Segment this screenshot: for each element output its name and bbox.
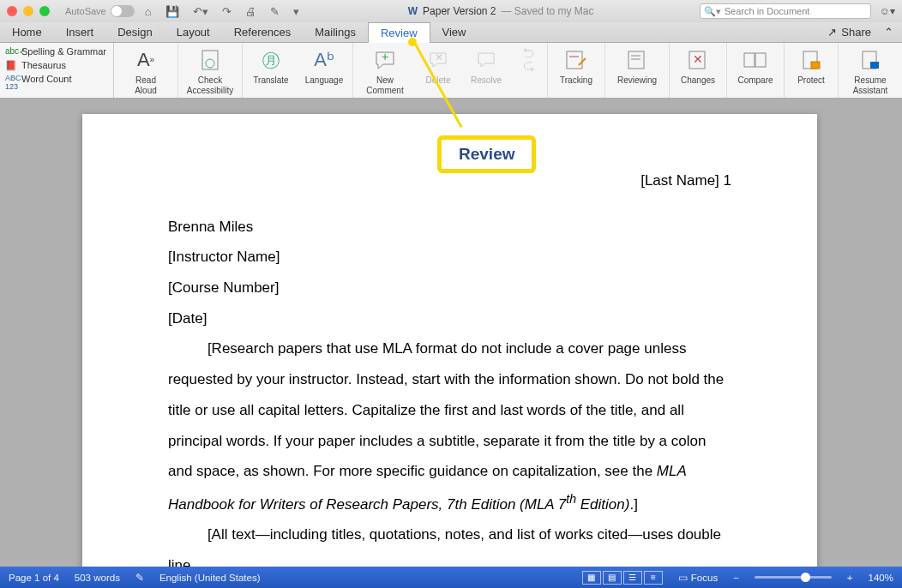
count-icon: ABC123 xyxy=(5,74,17,84)
document-page[interactable]: [Last Name] 1 Brenna Miles [Instructor N… xyxy=(82,114,817,567)
instructor-field: [Instructor Name] xyxy=(168,242,731,273)
read-mode-icon[interactable]: ▦ xyxy=(582,571,601,585)
pen-icon[interactable]: ✎ xyxy=(267,5,283,18)
focus-icon: ▭ xyxy=(678,572,688,584)
share-icon: ↗ xyxy=(827,26,837,39)
smiley-icon[interactable]: ☺▾ xyxy=(880,5,895,17)
changes-button[interactable]: ✕Changes xyxy=(676,46,719,86)
accessibility-icon xyxy=(200,46,220,74)
language-indicator[interactable]: English (United States) xyxy=(159,573,261,583)
svg-rect-0 xyxy=(202,51,218,69)
thesaurus-button[interactable]: 📕Thesaurus xyxy=(5,60,108,70)
focus-button[interactable]: ▭Focus xyxy=(678,572,718,584)
web-layout-icon[interactable]: ☰ xyxy=(623,571,642,585)
svg-text:✕: ✕ xyxy=(435,51,443,63)
zoom-in-button[interactable]: + xyxy=(847,573,853,583)
page-indicator[interactable]: Page 1 of 4 xyxy=(9,573,59,583)
tab-view[interactable]: View xyxy=(430,22,478,42)
compare-icon xyxy=(743,46,767,74)
share-label: Share xyxy=(841,26,871,39)
new-comment-button[interactable]: +New Comment xyxy=(360,46,410,95)
qat-overflow-icon[interactable]: ▾ xyxy=(290,5,303,18)
reviewing-icon xyxy=(627,46,647,74)
tab-design[interactable]: Design xyxy=(105,22,164,42)
autosave-label: AutoSave xyxy=(65,6,106,16)
translate-icon: ㊊ xyxy=(262,46,280,74)
spelling-grammar-button[interactable]: abc✓Spelling & Grammar xyxy=(5,46,108,57)
chevron-up-icon[interactable]: ⌃ xyxy=(884,26,893,39)
word-app-icon: W xyxy=(408,5,418,17)
view-mode-buttons: ▦ ▤ ☰ ≡ xyxy=(582,571,663,585)
svg-rect-12 xyxy=(755,53,766,67)
word-count-button[interactable]: ABC123Word Count xyxy=(5,74,108,84)
language-button[interactable]: AᵇLanguage xyxy=(303,46,346,86)
tab-layout[interactable]: Layout xyxy=(165,22,222,42)
title-bar: AutoSave ⌂ 💾 ↶▾ ↷ 🖨 ✎ ▾ W Paper Version … xyxy=(0,0,902,22)
tracking-button[interactable]: Tracking xyxy=(555,46,598,86)
svg-rect-6 xyxy=(628,51,644,69)
changes-icon: ✕ xyxy=(688,46,708,74)
read-aloud-icon: A» xyxy=(137,46,154,74)
search-placeholder: Search in Document xyxy=(725,6,810,16)
print-icon[interactable]: 🖨 xyxy=(242,5,260,18)
window-controls xyxy=(7,6,50,16)
protect-icon xyxy=(801,46,821,74)
check-accessibility-button[interactable]: Check Accessibility xyxy=(185,46,235,95)
svg-rect-16 xyxy=(870,62,879,69)
svg-text:✕: ✕ xyxy=(693,52,703,66)
doc-location: — Saved to my Mac xyxy=(501,5,593,17)
redo-icon[interactable]: ↷ xyxy=(219,5,235,18)
zoom-out-button[interactable]: − xyxy=(733,573,739,583)
document-title: W Paper Version 2 — Saved to my Mac xyxy=(310,5,693,17)
read-aloud-button[interactable]: A»Read Aloud xyxy=(121,46,171,95)
outline-icon[interactable]: ≡ xyxy=(644,571,663,585)
tab-mailings[interactable]: Mailings xyxy=(303,22,368,42)
spell-check-icon[interactable]: ✎ xyxy=(135,572,144,584)
zoom-level[interactable]: 140% xyxy=(869,573,893,583)
language-icon: Aᵇ xyxy=(314,46,334,74)
share-button[interactable]: ↗ Share ⌃ xyxy=(819,22,902,42)
close-window[interactable] xyxy=(7,6,17,16)
abc-check-icon: abc✓ xyxy=(5,46,17,57)
word-count-indicator[interactable]: 503 words xyxy=(75,573,120,583)
tab-insert[interactable]: Insert xyxy=(54,22,106,42)
home-icon[interactable]: ⌂ xyxy=(141,5,155,18)
ribbon: abc✓Spelling & Grammar 📕Thesaurus ABC123… xyxy=(0,43,902,99)
tab-home[interactable]: Home xyxy=(0,22,54,42)
comment-nav-button: ⮌⮎ xyxy=(516,46,540,75)
tab-references[interactable]: References xyxy=(222,22,303,42)
resolve-icon xyxy=(477,46,496,74)
autosave-toggle[interactable]: AutoSave xyxy=(65,5,135,17)
compare-button[interactable]: Compare xyxy=(734,46,777,86)
tab-review[interactable]: Review xyxy=(368,22,430,43)
print-layout-icon[interactable]: ▤ xyxy=(603,571,622,585)
zoom-slider[interactable] xyxy=(755,576,832,579)
book-icon: 📕 xyxy=(5,60,17,70)
course-field: [Course Number] xyxy=(168,273,731,303)
date-field: [Date] xyxy=(168,303,731,334)
tracking-icon xyxy=(565,46,587,74)
ribbon-tabs: Home Insert Design Layout References Mai… xyxy=(0,22,902,43)
search-input[interactable]: 🔍▾ Search in Document xyxy=(700,3,871,19)
resolve-comment-button: Resolve xyxy=(466,46,506,86)
svg-text:+: + xyxy=(382,51,388,63)
zoom-window[interactable] xyxy=(39,6,50,16)
delete-comment-icon: ✕ xyxy=(429,46,448,74)
status-bar: Page 1 of 4 503 words ✎ English (United … xyxy=(0,567,902,588)
save-icon[interactable]: 💾 xyxy=(162,5,183,18)
body-paragraph-1: [Research papers that use MLA format do … xyxy=(168,333,731,519)
body-paragraph-2: [All text—including titles, quotations, … xyxy=(168,519,731,567)
minimize-window[interactable] xyxy=(23,6,33,16)
proofing-group: abc✓Spelling & Grammar 📕Thesaurus ABC123… xyxy=(0,43,114,98)
translate-button[interactable]: ㊊Translate xyxy=(250,46,292,86)
svg-point-1 xyxy=(206,59,214,68)
svg-rect-4 xyxy=(567,51,582,69)
comment-arrows-icon: ⮌⮎ xyxy=(522,46,534,74)
undo-icon[interactable]: ↶▾ xyxy=(189,5,212,18)
reviewing-button[interactable]: Reviewing xyxy=(612,46,662,86)
protect-button[interactable]: Protect xyxy=(791,46,831,86)
resume-assistant-button[interactable]: Resume Assistant xyxy=(845,46,895,95)
svg-rect-11 xyxy=(744,53,755,67)
toggle-off-icon xyxy=(111,5,135,17)
doc-name: Paper Version 2 xyxy=(423,5,496,17)
